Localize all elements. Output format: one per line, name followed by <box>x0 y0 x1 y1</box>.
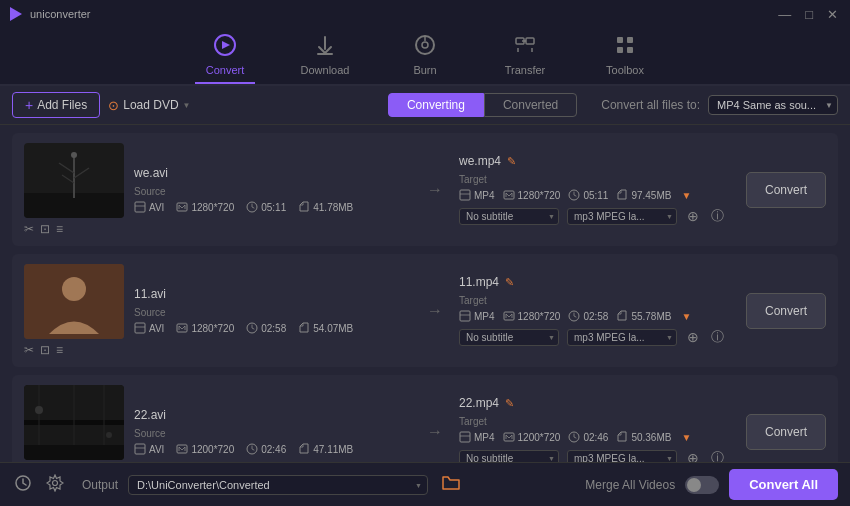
subtitle-select-0[interactable]: No subtitle <box>459 208 559 225</box>
format-select[interactable]: MP4 Same as sou... <box>708 95 838 115</box>
info-button-2[interactable]: ⓘ <box>709 449 726 462</box>
toolbox-icon <box>614 34 636 61</box>
edit-icon-1[interactable]: ✎ <box>505 276 514 289</box>
nav-item-download[interactable]: Download <box>295 34 355 84</box>
title-bar-left: uniconverter <box>8 6 91 22</box>
source-name-row-1: 11.avi <box>134 287 411 301</box>
source-dur-1: 02:58 <box>246 322 286 334</box>
toggle-knob <box>687 478 701 492</box>
target-name-row-2: 22.mp4 ✎ <box>459 396 736 410</box>
sub-select-wrap-1: No subtitle <box>459 329 559 346</box>
nav-item-transfer[interactable]: Transfer <box>495 34 555 84</box>
target-block-0: we.mp4 ✎ Target MP4 <box>459 154 736 225</box>
size-icon-0 <box>298 201 310 213</box>
target-label-2: Target <box>459 416 736 427</box>
audio-select-0[interactable]: mp3 MPEG la... <box>567 208 677 225</box>
target-format-2: MP4 <box>459 431 495 443</box>
audio-select-wrap-2: mp3 MPEG la... <box>567 450 677 463</box>
subtitle-select-1[interactable]: No subtitle <box>459 329 559 346</box>
source-filename-2: 22.avi <box>134 408 166 422</box>
target-dropdown-2[interactable]: ▼ <box>681 432 691 443</box>
audio-select-1[interactable]: mp3 MPEG la... <box>567 329 677 346</box>
source-block-0: Source AVI <box>134 186 411 213</box>
target-info-2: Target MP4 <box>459 416 736 443</box>
nav-label-convert: Convert <box>206 64 245 76</box>
cut-tool-1[interactable]: ✂ <box>24 343 34 357</box>
target-meta-1: MP4 1280*720 <box>459 310 736 322</box>
source-meta-0: AVI 1280*720 <box>134 201 411 213</box>
crop-tool-0[interactable]: ⊡ <box>40 222 50 236</box>
source-filename-1: 11.avi <box>134 287 166 301</box>
source-block-1: Source AVI <box>134 307 411 334</box>
add-files-label: Add Files <box>37 98 87 112</box>
title-bar-controls: — □ ✕ <box>774 5 842 24</box>
add-track-button-0[interactable]: ⊕ <box>685 208 701 224</box>
target-res-0: 1280*720 <box>503 189 561 201</box>
target-dropdown-0[interactable]: ▼ <box>681 190 691 201</box>
svg-rect-35 <box>177 324 187 332</box>
tdur-icon-2 <box>568 431 580 443</box>
sub-row-0: No subtitle mp3 MPEG la... ⊕ ⓘ <box>459 207 736 225</box>
source-meta-1: AVI 1280*720 <box>134 322 411 334</box>
add-track-button-1[interactable]: ⊕ <box>685 329 701 345</box>
info-button-0[interactable]: ⓘ <box>709 207 726 225</box>
tab-converting[interactable]: Converting <box>388 93 484 117</box>
svg-rect-23 <box>177 203 187 211</box>
svg-rect-11 <box>627 37 633 43</box>
file-info-2: 22.avi Source AVI <box>134 408 411 455</box>
effects-tool-1[interactable]: ≡ <box>56 343 63 357</box>
svg-rect-13 <box>627 47 633 53</box>
target-dur-0: 05:11 <box>568 189 608 201</box>
format-select-wrap: MP4 Same as sou... <box>708 95 838 115</box>
file-item-1: ✂ ⊡ ≡ 11.avi Source <box>12 254 838 367</box>
file-info-1: 11.avi Source AVI <box>134 287 411 334</box>
cut-tool-0[interactable]: ✂ <box>24 222 34 236</box>
merge-label: Merge All Videos <box>585 478 675 492</box>
add-track-button-2[interactable]: ⊕ <box>685 450 701 462</box>
svg-rect-56 <box>504 433 514 441</box>
tab-converted[interactable]: Converted <box>484 93 577 117</box>
settings-icon-button[interactable] <box>44 472 66 498</box>
target-res-1: 1280*720 <box>503 310 561 322</box>
edit-icon-0[interactable]: ✎ <box>507 155 516 168</box>
effects-tool-0[interactable]: ≡ <box>56 222 63 236</box>
target-dur-2: 02:46 <box>568 431 608 443</box>
svg-rect-39 <box>504 312 514 320</box>
convert-icon <box>214 34 236 61</box>
output-path-wrap: D:\UniConverter\Converted <box>128 475 428 495</box>
nav-label-transfer: Transfer <box>505 64 546 76</box>
nav-item-toolbox[interactable]: Toolbox <box>595 34 655 84</box>
nav-item-convert[interactable]: Convert <box>195 34 255 84</box>
convert-button-0[interactable]: Convert <box>746 172 826 208</box>
convert-button-2[interactable]: Convert <box>746 414 826 450</box>
target-filename-1: 11.mp4 <box>459 275 499 289</box>
target-format-1: MP4 <box>459 310 495 322</box>
crop-tool-1[interactable]: ⊡ <box>40 343 50 357</box>
edit-icon-2[interactable]: ✎ <box>505 397 514 410</box>
add-files-button[interactable]: + Add Files <box>12 92 100 118</box>
source-res-2: 1200*720 <box>176 443 234 455</box>
nav-item-burn[interactable]: Burn <box>395 34 455 84</box>
tres-icon-1 <box>503 310 515 322</box>
convert-all-button[interactable]: Convert All <box>729 469 838 500</box>
target-format-0: MP4 <box>459 189 495 201</box>
merge-toggle[interactable] <box>685 476 719 494</box>
history-icon-button[interactable] <box>12 472 34 498</box>
subtitle-select-2[interactable]: No subtitle <box>459 450 559 463</box>
output-path-select[interactable]: D:\UniConverter\Converted <box>128 475 428 495</box>
res-icon-1 <box>176 322 188 334</box>
target-name-row-1: 11.mp4 ✎ <box>459 275 736 289</box>
tformat-icon-0 <box>459 189 471 201</box>
maximize-button[interactable]: □ <box>801 5 817 24</box>
size-icon-2 <box>298 443 310 455</box>
folder-icon-button[interactable] <box>438 475 464 495</box>
load-dvd-button[interactable]: ⊙ Load DVD ▼ <box>108 98 190 113</box>
nav-label-toolbox: Toolbox <box>606 64 644 76</box>
target-dropdown-1[interactable]: ▼ <box>681 311 691 322</box>
minimize-button[interactable]: — <box>774 5 795 24</box>
convert-button-1[interactable]: Convert <box>746 293 826 329</box>
close-button[interactable]: ✕ <box>823 5 842 24</box>
info-button-1[interactable]: ⓘ <box>709 328 726 346</box>
audio-select-2[interactable]: mp3 MPEG la... <box>567 450 677 463</box>
svg-rect-10 <box>617 37 623 43</box>
